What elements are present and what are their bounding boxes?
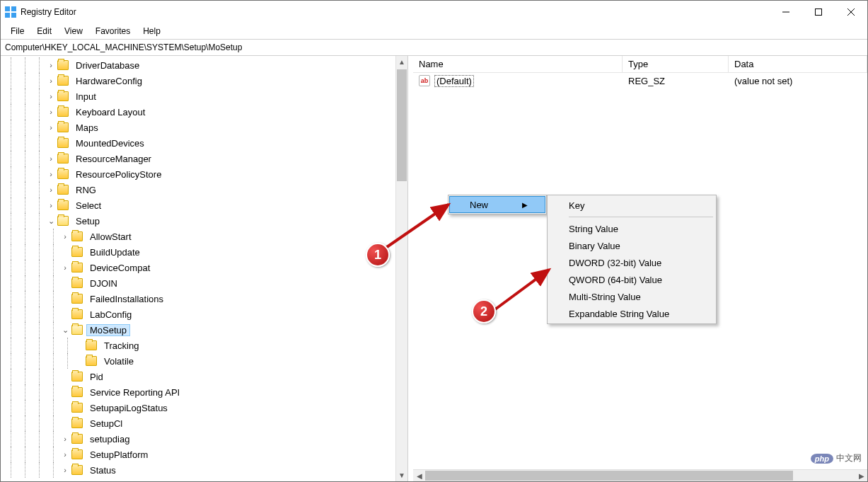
expand-icon[interactable]: › [46,169,56,179]
tree-item[interactable]: ›Maps [4,120,407,135]
tree-guide [4,135,18,151]
hscroll-thumb[interactable] [425,471,793,481]
tree-toggle-empty [60,418,70,428]
tree-item[interactable]: LabConfig [4,306,407,322]
menu-help[interactable]: Help [137,25,166,38]
submenu-item-key[interactable]: Key [549,197,714,214]
tree-pane: ›DriverDatabase›HardwareConfig›Input›Key… [1,56,408,481]
tree-guide [46,462,60,478]
tree-item[interactable]: Service Reporting API [4,384,407,400]
tree-item-label: Volatile [101,356,137,367]
scroll-up-icon[interactable]: ▲ [396,56,407,68]
context-menu-item-new[interactable]: New ▶ [449,196,545,213]
minimize-button[interactable] [770,1,802,23]
tree-item[interactable]: SetupCl [4,415,407,431]
tree-guide [4,462,18,478]
expand-icon[interactable]: › [60,434,70,444]
window-title: Registry Editor [21,7,770,17]
tree-guide [32,306,46,322]
tree-scroll-area[interactable]: ›DriverDatabase›HardwareConfig›Input›Key… [1,56,407,481]
tree-item[interactable]: BuildUpdate [4,244,407,260]
tree-item[interactable]: DJOIN [4,275,407,291]
tree-item[interactable]: ›Input [4,88,407,104]
tree-item[interactable]: Tracking [4,338,407,353]
tree-item[interactable]: SetupapiLogStatus [4,400,407,415]
tree-item[interactable]: ›HardwareConfig [4,73,407,88]
submenu-item-binary[interactable]: Binary Value [549,237,714,254]
tree-toggle-empty [60,403,70,413]
submenu-item-dword[interactable]: DWORD (32-bit) Value [549,254,714,271]
expand-icon[interactable]: › [46,154,56,163]
tree-guide [4,120,18,135]
scroll-track[interactable] [396,68,407,469]
expand-icon[interactable]: › [46,185,56,195]
tree-guide [4,400,18,415]
tree-item[interactable]: FailedInstallations [4,291,407,306]
submenu-item-multi[interactable]: Multi-String Value [549,288,714,305]
tree-toggle-empty [74,356,84,366]
expand-icon[interactable]: › [46,122,56,132]
tree-guide [60,353,74,369]
expand-icon[interactable]: › [46,60,56,70]
tree-guide [46,353,60,369]
tree-item[interactable]: ›DriverDatabase [4,57,407,73]
tree-guide [32,353,46,369]
context-menu-primary: New ▶ [448,195,547,214]
tree-item[interactable]: Volatile [4,353,407,369]
column-header-type[interactable]: Type [623,56,729,72]
watermark-text: 中文网 [836,452,862,464]
scroll-down-icon[interactable]: ▼ [396,469,407,481]
submenu-item-qword[interactable]: QWORD (64-bit) Value [549,271,714,288]
tree-item[interactable]: MountedDevices [4,135,407,151]
folder-icon [57,185,69,195]
close-button[interactable] [835,1,867,23]
tree-item[interactable]: ›setupdiag [4,431,407,447]
expand-icon[interactable]: › [46,107,56,117]
tree-item[interactable]: ⌄MoSetup [4,322,407,338]
column-header-name[interactable]: Name [413,56,623,72]
expand-icon[interactable]: › [60,231,70,241]
maximize-button[interactable] [802,1,835,23]
tree-item[interactable]: ›ResourceManager [4,151,407,166]
tree-guide [18,384,32,400]
folder-icon [86,356,97,366]
tree-vertical-scrollbar[interactable]: ▲ ▼ [395,56,407,481]
tree-item[interactable]: ›ResourcePolicyStore [4,166,407,182]
scroll-right-icon[interactable]: ▶ [855,472,867,480]
folder-icon [71,294,83,304]
tree-item[interactable]: ›Select [4,197,407,213]
value-horizontal-scrollbar[interactable]: ◀ ▶ [413,469,867,481]
tree-item[interactable]: ›AllowStart [4,229,407,244]
column-header-data[interactable]: Data [729,56,867,72]
tree-guide [4,244,18,260]
menu-edit[interactable]: Edit [31,25,57,38]
submenu-item-expand[interactable]: Expandable String Value [549,305,714,322]
address-bar[interactable]: Computer\HKEY_LOCAL_MACHINE\SYSTEM\Setup… [1,39,867,56]
pane-splitter[interactable] [408,56,413,481]
menu-view[interactable]: View [59,25,88,38]
expand-icon[interactable]: › [46,91,56,101]
tree-toggle-empty [60,294,70,304]
expand-icon[interactable]: › [46,200,56,210]
hscroll-track[interactable] [425,470,855,481]
expand-icon[interactable]: › [46,76,56,86]
tree-item[interactable]: ⌄Setup [4,213,407,229]
tree-item[interactable]: ›RNG [4,182,407,197]
scroll-left-icon[interactable]: ◀ [413,472,425,480]
expand-icon[interactable]: › [60,263,70,272]
menu-file[interactable]: File [5,25,30,38]
collapse-icon[interactable]: ⌄ [46,216,56,226]
collapse-icon[interactable]: ⌄ [60,325,70,335]
expand-icon[interactable]: › [60,449,70,459]
expand-icon[interactable]: › [60,465,70,475]
value-row[interactable]: ab(Default)REG_SZ(value not set) [413,73,867,88]
tree-item[interactable]: Pid [4,369,407,384]
scroll-thumb[interactable] [397,69,407,181]
tree-item[interactable]: ›Status [4,462,407,478]
tree-item[interactable]: ›DeviceCompat [4,260,407,275]
submenu-item-string[interactable]: String Value [549,220,714,237]
tree-item[interactable]: ›Keyboard Layout [4,104,407,120]
menu-favorites[interactable]: Favorites [90,25,136,38]
tree-item[interactable]: ›SetupPlatform [4,447,407,462]
tree-guide [18,400,32,415]
